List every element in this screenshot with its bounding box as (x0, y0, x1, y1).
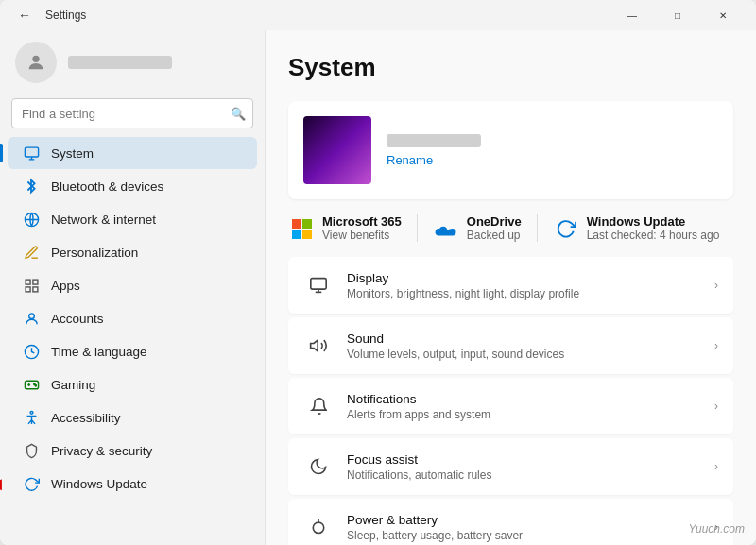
privacy-icon (23, 442, 40, 459)
sidebar-item-bluetooth-label: Bluetooth & devices (51, 179, 163, 194)
sidebar-item-system[interactable]: System (8, 137, 257, 169)
accessibility-icon (23, 409, 40, 426)
service-divider-1 (417, 214, 418, 242)
svg-point-25 (313, 522, 323, 533)
sidebar-item-apps-label: Apps (51, 279, 80, 293)
settings-window: ← Settings — □ ✕ (0, 0, 756, 545)
settings-row-focus[interactable]: Focus assist Notifications, automatic ru… (288, 438, 733, 495)
onedrive-info: OneDrive Backed up (467, 214, 522, 242)
svg-point-16 (30, 411, 33, 414)
svg-marker-24 (311, 340, 318, 351)
focus-text: Focus assist Notifications, automatic ru… (347, 452, 701, 482)
display-icon (303, 270, 334, 300)
nav-list: System Bluetooth & devices (0, 136, 265, 501)
profile-card[interactable]: Rename (288, 101, 733, 199)
notifications-icon (303, 391, 334, 421)
back-button[interactable]: ← (11, 2, 38, 28)
display-text: Display Monitors, brightness, night ligh… (347, 271, 701, 300)
sidebar-item-time[interactable]: Time & language (8, 335, 257, 367)
avatar (15, 42, 57, 83)
sidebar-item-network-label: Network & internet (51, 213, 156, 227)
sidebar-item-update-label: Windows Update (51, 477, 147, 491)
maximize-button[interactable]: □ (656, 0, 699, 30)
sidebar-item-accessibility-label: Accessibility (51, 411, 121, 425)
search-icon: 🔍 (231, 107, 246, 121)
svg-point-15 (35, 384, 36, 385)
sidebar-item-accounts-label: Accounts (51, 312, 104, 326)
main-layout: 🔍 System (0, 30, 756, 545)
sidebar-item-personalization[interactable]: Personalization (8, 236, 257, 268)
page-title: System (288, 53, 733, 82)
sidebar-item-network[interactable]: Network & internet (8, 203, 257, 235)
ms365-info: Microsoft 365 View benefits (322, 214, 402, 242)
update-icon (23, 475, 40, 492)
service-ms365[interactable]: Microsoft 365 View benefits (288, 214, 402, 242)
notifications-sub: Alerts from apps and system (347, 408, 701, 421)
focus-title: Focus assist (347, 452, 701, 467)
sidebar-item-apps[interactable]: Apps (8, 269, 257, 301)
winupdate-name: Windows Update (587, 214, 720, 229)
svg-rect-5 (26, 280, 30, 284)
sound-title: Sound (347, 332, 701, 346)
sidebar-item-bluetooth[interactable]: Bluetooth & devices (8, 170, 257, 202)
service-divider-2 (537, 214, 538, 242)
winupdate-sub: Last checked: 4 hours ago (587, 229, 720, 242)
service-winupdate[interactable]: Windows Update Last checked: 4 hours ago (553, 214, 720, 242)
service-onedrive[interactable]: OneDrive Backed up (433, 214, 522, 242)
svg-rect-6 (32, 280, 37, 284)
sidebar-item-accounts[interactable]: Accounts (8, 302, 257, 334)
profile-info: Rename (387, 134, 481, 167)
sidebar-item-privacy[interactable]: Privacy & security (8, 434, 257, 467)
svg-rect-7 (26, 286, 30, 291)
svg-point-9 (28, 313, 34, 318)
window-controls: — □ ✕ (610, 0, 745, 30)
back-icon: ← (18, 8, 31, 23)
focus-chevron: › (714, 460, 718, 473)
personalization-icon (23, 244, 40, 261)
onedrive-sub: Backed up (467, 229, 522, 242)
network-icon (23, 211, 40, 228)
sidebar-item-accessibility[interactable]: Accessibility (8, 401, 257, 434)
power-title: Power & battery (347, 513, 701, 527)
minimize-icon: — (627, 10, 637, 21)
settings-row-notifications[interactable]: Notifications Alerts from apps and syste… (288, 378, 733, 434)
bluetooth-icon (23, 178, 40, 195)
notifications-title: Notifications (347, 392, 701, 406)
search-input[interactable] (11, 98, 253, 128)
notifications-chevron: › (714, 400, 718, 413)
services-row: Microsoft 365 View benefits OneDrive Bac… (288, 214, 733, 242)
sidebar-item-update[interactable]: Windows Update ◄ (8, 468, 257, 500)
onedrive-icon (433, 215, 459, 242)
sound-text: Sound Volume levels, output, input, soun… (347, 332, 701, 361)
sidebar-item-personalization-label: Personalization (51, 246, 138, 260)
svg-point-0 (32, 56, 39, 62)
user-profile[interactable] (0, 30, 265, 98)
profile-image (303, 116, 371, 184)
svg-rect-18 (302, 219, 312, 229)
content-area: System Rename (265, 30, 756, 545)
settings-row-power[interactable]: Power & battery Sleep, battery usage, ba… (288, 499, 733, 545)
sidebar: 🔍 System (0, 30, 265, 545)
sidebar-item-gaming[interactable]: Gaming (8, 368, 257, 400)
red-arrow-annotation: ◄ (0, 473, 6, 495)
accounts-icon (23, 310, 40, 327)
maximize-icon: □ (675, 10, 680, 21)
time-icon (23, 343, 40, 360)
display-chevron: › (714, 279, 718, 292)
sidebar-item-time-label: Time & language (51, 345, 147, 359)
svg-rect-21 (311, 279, 326, 289)
svg-rect-17 (292, 219, 301, 229)
display-sub: Monitors, brightness, night light, displ… (347, 287, 701, 300)
settings-row-display[interactable]: Display Monitors, brightness, night ligh… (288, 257, 733, 314)
sidebar-item-gaming-label: Gaming (51, 378, 95, 392)
svg-rect-20 (302, 230, 312, 239)
close-button[interactable]: ✕ (701, 0, 745, 30)
winupdate-info: Windows Update Last checked: 4 hours ago (587, 214, 720, 242)
power-text: Power & battery Sleep, battery usage, ba… (347, 513, 701, 542)
minimize-button[interactable]: — (610, 0, 654, 30)
svg-rect-1 (25, 147, 38, 157)
sound-sub: Volume levels, output, input, sound devi… (347, 348, 701, 361)
rename-link[interactable]: Rename (387, 153, 481, 167)
power-sub: Sleep, battery usage, battery saver (347, 529, 701, 542)
settings-row-sound[interactable]: Sound Volume levels, output, input, soun… (288, 317, 733, 374)
